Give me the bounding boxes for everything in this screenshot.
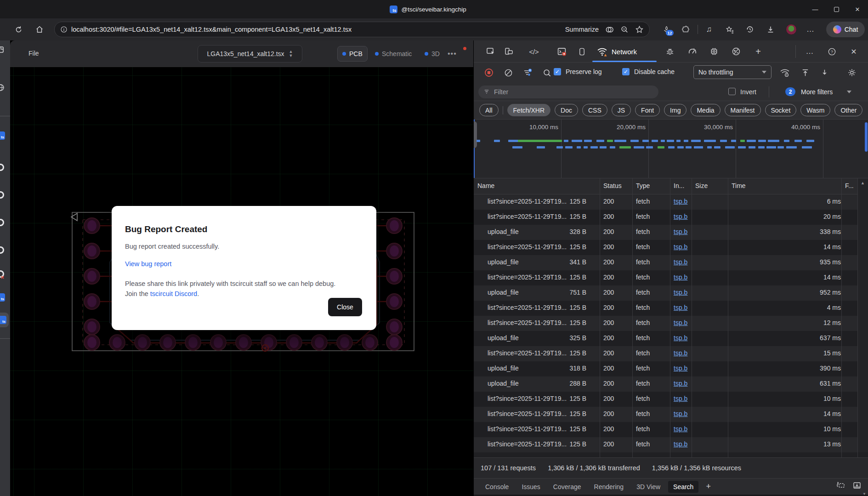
- vertical-tab[interactable]: ts: [0, 293, 5, 302]
- drawer-tab-coverage[interactable]: Coverage: [548, 481, 586, 493]
- cell-init[interactable]: tsp.b: [674, 228, 687, 235]
- settings-more-button[interactable]: …: [804, 23, 817, 36]
- downloads-button[interactable]: [764, 23, 777, 36]
- pcb-canvas[interactable]: Bug Report Created Bug report created su…: [10, 67, 473, 496]
- vertical-tab[interactable]: [0, 246, 4, 254]
- table-row[interactable]: list?since=2025-11-29T19...200fetchtsp.b…: [474, 392, 857, 407]
- table-row[interactable]: upload_file200fetchtsp.b318 B390 ms: [474, 361, 857, 376]
- cell-name[interactable]: upload_file: [488, 289, 519, 296]
- cell-init[interactable]: tsp.b: [674, 243, 687, 251]
- tab-application[interactable]: [575, 45, 589, 58]
- preserve-log-label[interactable]: Preserve log: [566, 68, 602, 75]
- table-row[interactable]: list?since=2025-11-29T19...200fetchtsp.b…: [474, 210, 857, 225]
- address-bar[interactable]: localhost:3020/#file=LGA13x5_net14_xalt1…: [54, 22, 650, 37]
- dock-download-icon[interactable]: [852, 481, 862, 490]
- maximize-button[interactable]: [826, 0, 847, 18]
- network-conditions-button[interactable]: [778, 66, 792, 80]
- more-tabs-button[interactable]: +: [751, 45, 765, 58]
- drawer-tab-search[interactable]: Search: [668, 481, 698, 493]
- drawer-tab-rendering[interactable]: Rendering: [589, 481, 629, 493]
- type-filter-js[interactable]: JS: [612, 104, 631, 116]
- more-filters-button[interactable]: More filters: [801, 88, 833, 96]
- history-button[interactable]: [743, 23, 756, 36]
- clear-network-button[interactable]: [501, 66, 515, 80]
- cell-name[interactable]: list?since=2025-11-29T19...: [488, 274, 567, 281]
- cell-name[interactable]: upload_file: [488, 380, 519, 387]
- cell-init[interactable]: tsp.b: [674, 304, 687, 311]
- type-filter-media[interactable]: Media: [691, 104, 720, 116]
- extensions-button[interactable]: [679, 23, 692, 36]
- vertical-tab[interactable]: [0, 46, 4, 53]
- vertical-tab[interactable]: ts: [0, 131, 5, 140]
- tab-debugger[interactable]: [663, 45, 677, 58]
- column-header-in[interactable]: In...: [674, 182, 684, 189]
- table-row[interactable]: list?since=2025-11-29T19...200fetchtsp.b…: [474, 437, 857, 452]
- preserve-log-checkbox[interactable]: ✓: [553, 68, 562, 76]
- timeline-scroll-thumb[interactable]: [865, 122, 868, 152]
- table-row[interactable]: list?since=2025-11-29T19...200fetchtsp.b…: [474, 240, 857, 255]
- column-header-name[interactable]: Name: [477, 182, 494, 189]
- cell-name[interactable]: list?since=2025-11-29T19...: [488, 243, 567, 251]
- cell-name[interactable]: upload_file: [488, 228, 519, 235]
- tab-elements[interactable]: </>: [527, 45, 541, 58]
- type-filter-wasm[interactable]: Wasm: [800, 104, 830, 116]
- vertical-tab[interactable]: [0, 219, 4, 226]
- table-row[interactable]: list?since=2025-11-29T19...200fetchtsp.b…: [474, 301, 857, 316]
- timeline-drag-handle[interactable]: [474, 121, 477, 148]
- cell-init[interactable]: tsp.b: [674, 213, 687, 220]
- column-header-type[interactable]: Type: [636, 182, 650, 189]
- devtools-close-button[interactable]: ✕: [847, 45, 861, 58]
- tab-performance[interactable]: [686, 45, 699, 58]
- devtools-menu-button[interactable]: …: [803, 45, 817, 58]
- column-header-status[interactable]: Status: [603, 182, 622, 189]
- url-text[interactable]: localhost:3020/#file=LGA13x5_net14_xalt1…: [71, 26, 352, 33]
- browser-essentials-button[interactable]: 12: [660, 23, 673, 36]
- view-tab-3d[interactable]: 3D: [420, 46, 444, 62]
- throttling-select[interactable]: No throttling: [693, 65, 772, 79]
- cell-name[interactable]: list?since=2025-11-29T19...: [488, 395, 567, 402]
- zoom-out-icon[interactable]: [620, 25, 629, 34]
- table-row[interactable]: list?since=2025-11-29T19...200fetchtsp.b…: [474, 407, 857, 422]
- close-window-button[interactable]: ✕: [847, 0, 868, 18]
- cell-name[interactable]: upload_file: [488, 334, 519, 342]
- drawer-tab-issues[interactable]: Issues: [516, 481, 545, 493]
- table-row[interactable]: list?since=2025-11-29T19...200fetchtsp.b…: [474, 422, 857, 437]
- column-header-size[interactable]: Size: [695, 182, 708, 189]
- cell-init[interactable]: tsp.b: [674, 274, 687, 281]
- tab-memory[interactable]: [707, 45, 721, 58]
- type-filter-img[interactable]: Img: [664, 104, 686, 116]
- home-button[interactable]: [33, 23, 46, 36]
- minimize-button[interactable]: —: [805, 0, 826, 18]
- cell-name[interactable]: list?since=2025-11-29T19...: [488, 198, 567, 205]
- type-filter-manifest[interactable]: Manifest: [725, 104, 761, 116]
- media-controls-button[interactable]: ♫: [703, 23, 715, 36]
- tab-console[interactable]: [555, 45, 568, 58]
- collections-button[interactable]: [723, 23, 736, 36]
- cell-name[interactable]: list?since=2025-11-29T19...: [488, 440, 567, 448]
- cell-init[interactable]: tsp.b: [674, 380, 687, 387]
- invert-label[interactable]: Invert: [740, 88, 756, 96]
- cell-name[interactable]: list?since=2025-11-29T19...: [488, 304, 567, 311]
- cell-name[interactable]: upload_file: [488, 258, 519, 266]
- cell-init[interactable]: tsp.b: [674, 334, 687, 342]
- copilot-chat-button[interactable]: Chat: [826, 22, 865, 37]
- device-toolbar-button[interactable]: [502, 45, 516, 58]
- cell-init[interactable]: tsp.b: [674, 198, 687, 205]
- cell-init[interactable]: tsp.b: [674, 289, 687, 296]
- site-info-icon[interactable]: [60, 26, 68, 33]
- cell-init[interactable]: tsp.b: [674, 349, 687, 357]
- close-modal-button[interactable]: Close: [328, 298, 362, 316]
- drawer-tab-console[interactable]: Console: [480, 481, 514, 493]
- inspect-element-button[interactable]: [484, 45, 498, 58]
- file-menu[interactable]: File: [28, 50, 39, 57]
- cell-name[interactable]: list?since=2025-11-29T19...: [488, 349, 567, 357]
- table-row[interactable]: list?since=2025-11-29T19...200fetchtsp.b…: [474, 194, 857, 210]
- cell-name[interactable]: list?since=2025-11-29T19...: [488, 410, 567, 417]
- table-row[interactable]: list?since=2025-11-29T19...200fetchtsp.b…: [474, 316, 857, 331]
- cell-name[interactable]: upload_file: [488, 365, 519, 372]
- record-network-button[interactable]: [482, 66, 496, 80]
- view-bug-report-link[interactable]: View bug report: [125, 260, 363, 268]
- cell-init[interactable]: tsp.b: [674, 395, 687, 402]
- table-row[interactable]: upload_file200fetchtsp.b325 B637 ms: [474, 331, 857, 346]
- export-har-button[interactable]: [798, 66, 812, 80]
